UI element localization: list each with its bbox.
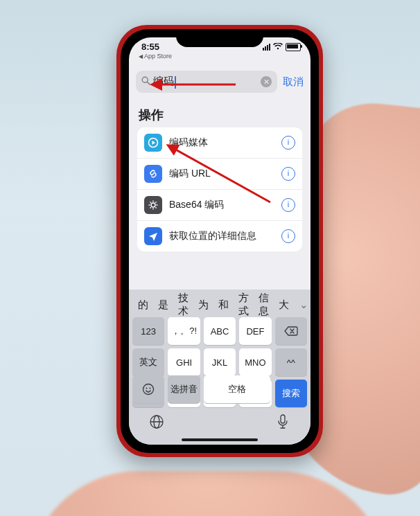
annotation-arrow-to-media (166, 140, 277, 212)
back-to-appstore[interactable]: App Store (139, 53, 172, 60)
key-abc[interactable]: ABC (204, 317, 236, 345)
location-icon (144, 227, 162, 245)
key-123[interactable]: 123 (132, 317, 164, 345)
section-title: 操作 (139, 107, 301, 123)
clear-icon[interactable]: ✕ (261, 76, 272, 87)
svg-line-11 (155, 202, 156, 202)
svg-point-15 (150, 388, 151, 389)
candidate[interactable]: 和 (213, 299, 234, 312)
candidate[interactable]: 大 (274, 299, 294, 312)
key-backspace[interactable] (275, 317, 307, 345)
key-emoji[interactable]: ^^ (275, 348, 307, 376)
candidate[interactable]: 方式 (234, 292, 254, 318)
candidate[interactable]: 信息 (254, 292, 274, 318)
candidate[interactable]: 的 (133, 299, 153, 312)
key-punct[interactable]: ，。?! (168, 317, 200, 345)
svg-line-1 (147, 82, 150, 84)
svg-line-9 (150, 202, 150, 202)
action-row-location-details[interactable]: 获取位置的详细信息 i (137, 221, 302, 251)
svg-line-21 (173, 148, 270, 202)
key-jkl[interactable]: JKL (204, 348, 236, 376)
mic-icon[interactable] (274, 413, 291, 430)
gear-icon (144, 196, 162, 214)
key-def[interactable]: DEF (239, 317, 271, 345)
key-space[interactable]: 空格 (204, 375, 270, 403)
battery-icon (286, 43, 301, 51)
key-select-pinyin[interactable]: 选拼音 (168, 375, 200, 403)
info-icon[interactable]: i (281, 229, 295, 243)
key-mno[interactable]: MNO (239, 348, 271, 376)
info-icon[interactable]: i (281, 167, 295, 181)
cancel-button[interactable]: 取消 (283, 75, 304, 89)
svg-rect-19 (281, 415, 285, 423)
cellular-icon (263, 44, 270, 51)
candidate-expand-icon[interactable]: ⌄ (294, 299, 310, 311)
link-icon (144, 165, 162, 183)
key-ghi[interactable]: GHI (168, 348, 200, 376)
status-right (263, 43, 301, 51)
notch (176, 29, 263, 47)
action-label: 获取位置的详细信息 (169, 230, 281, 242)
svg-marker-3 (152, 141, 156, 145)
key-english[interactable]: 英文 (132, 348, 164, 376)
info-icon[interactable]: i (281, 136, 295, 150)
status-time: 8:55 (141, 42, 159, 52)
svg-line-10 (155, 207, 156, 208)
keyboard: 的 是 技术 为 和 方式 信息 大 ⌄ 123 ，。?! ABC (129, 290, 310, 445)
search-icon (141, 76, 150, 87)
candidate[interactable]: 为 (193, 299, 213, 312)
keyboard-footer (129, 407, 310, 438)
svg-point-13 (143, 384, 154, 395)
candidate[interactable]: 是 (153, 299, 173, 312)
globe-icon[interactable] (148, 413, 165, 430)
svg-point-14 (146, 388, 148, 389)
home-indicator[interactable] (182, 438, 258, 441)
key-search[interactable]: 搜索 (275, 380, 307, 407)
candidate-bar[interactable]: 的 是 技术 为 和 方式 信息 大 ⌄ (129, 292, 310, 317)
info-icon[interactable]: i (281, 198, 295, 212)
media-icon (144, 134, 162, 152)
wifi-icon (273, 43, 283, 51)
candidate[interactable]: 技术 (173, 292, 193, 318)
key-smiley[interactable] (132, 375, 164, 403)
svg-point-4 (151, 203, 155, 207)
svg-line-12 (150, 207, 150, 208)
annotation-arrow-to-search (152, 71, 243, 101)
scene: 8:55 App Store (0, 0, 420, 516)
